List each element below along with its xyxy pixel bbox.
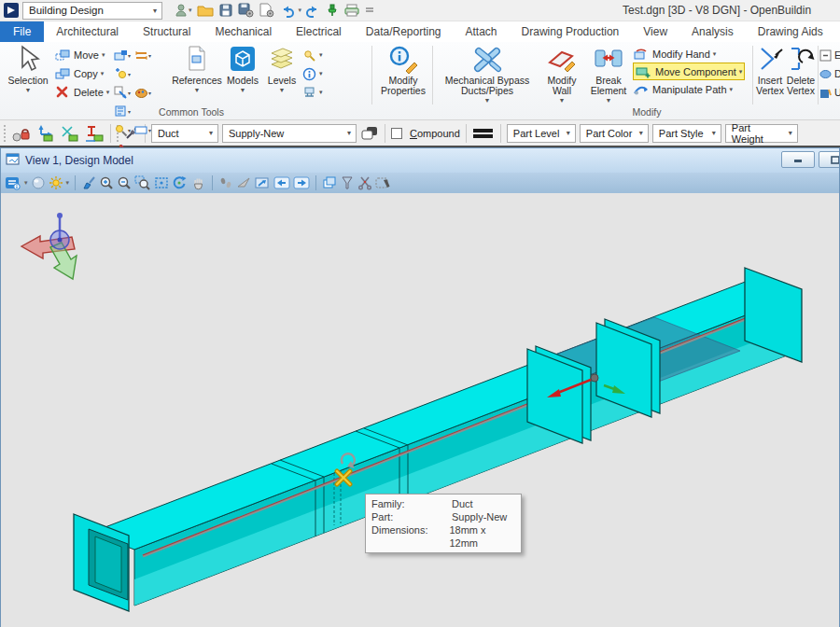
open-file-button[interactable] (197, 4, 214, 17)
scale-button[interactable]: ▾ (114, 83, 132, 102)
palette-icon (134, 86, 148, 100)
modify-wall-button[interactable]: Modify Wall ▼ (539, 44, 584, 107)
tab-view[interactable]: View (631, 21, 679, 42)
acs-plane-button[interactable] (60, 124, 80, 143)
view-title-bar[interactable]: View 1, Design Model (1, 148, 839, 173)
compound-checkbox[interactable] (391, 128, 402, 139)
tab-drawing-aids[interactable]: Drawing Aids (746, 21, 835, 42)
acs-plane-snap-button[interactable] (35, 124, 56, 143)
part-level-select[interactable]: Part Level ▾ (507, 124, 576, 143)
view-attributes-button[interactable] (5, 175, 21, 190)
tab-connect-services[interactable]: CONNECT Ser (835, 21, 840, 42)
tab-mechanical[interactable]: Mechanical (203, 21, 284, 42)
view-previous-button[interactable] (273, 175, 290, 190)
view-icon (6, 153, 21, 168)
compound-cell-button[interactable] (360, 125, 379, 141)
levels-button[interactable]: Levels ▼ (263, 44, 301, 107)
chevron-down-icon: ▾ (106, 89, 110, 96)
family-select[interactable]: Duct ▾ (151, 124, 218, 143)
move-component-button[interactable]: Move Component▾ (633, 63, 745, 80)
part-select[interactable]: Supply-New ▾ (222, 124, 357, 143)
part-weight-select[interactable]: Part Weight ▾ (725, 124, 798, 143)
measure-button[interactable]: ▾ (134, 46, 152, 64)
move-button[interactable]: Move▾ (54, 46, 109, 64)
tab-drawing-production[interactable]: Drawing Production (510, 21, 632, 42)
walk-button[interactable] (218, 175, 233, 190)
selection-button[interactable]: Selection ▼ (4, 44, 52, 107)
display-style-button[interactable] (31, 175, 46, 190)
undo-button[interactable] (279, 3, 294, 18)
modify-hand-button[interactable]: Modify Hand▾ (633, 45, 745, 63)
mechanical-bypass-button[interactable]: Mechanical Bypass Ducts/Pipes ▼ (437, 44, 538, 107)
modify-properties-button[interactable]: Modify Properties (375, 44, 431, 107)
part-color-select[interactable]: Part Color ▾ (580, 124, 649, 143)
rotate-view-button[interactable] (172, 175, 189, 190)
fence-button[interactable]: ▾ (114, 46, 132, 64)
tab-data-reporting[interactable]: Data/Reporting (354, 21, 454, 42)
part-style-select[interactable]: Part Style ▾ (652, 124, 721, 143)
toolbar-grip[interactable] (4, 125, 7, 142)
break-element-button[interactable]: Break Element ▼ (586, 44, 631, 107)
lamp-toggle-button[interactable]: ▾ (114, 64, 132, 83)
tab-structural[interactable]: Structural (131, 21, 203, 42)
rectangle-button[interactable]: ▾ (134, 120, 152, 139)
chevron-down-icon[interactable]: ▾ (24, 179, 28, 187)
tab-architectural[interactable]: Architectural (44, 21, 131, 42)
save-settings-button[interactable] (238, 3, 254, 18)
tab-file[interactable]: File (0, 21, 44, 42)
zoom-out-button[interactable] (117, 175, 132, 190)
zoom-in-button[interactable] (99, 175, 114, 190)
references-button[interactable]: References ▼ (172, 44, 222, 107)
palette-button[interactable]: ▾ (134, 83, 152, 102)
pin-button[interactable] (326, 3, 339, 18)
highlight-button[interactable]: ▾ (114, 120, 132, 139)
double-line-button[interactable] (472, 128, 495, 139)
move-component-label: Move Component (655, 66, 736, 77)
lighting-button[interactable] (49, 175, 63, 190)
save-button[interactable] (218, 3, 233, 18)
connector-button[interactable]: ▾ (302, 83, 323, 102)
element-box-icon (819, 49, 832, 62)
item-browser-button[interactable] (259, 3, 274, 18)
clipped-button-1[interactable]: E (819, 46, 840, 64)
undo-history-caret[interactable]: ▾ (299, 7, 302, 14)
models-button[interactable]: Models ▼ (222, 44, 263, 107)
element-info-button[interactable]: ▾ (302, 64, 323, 83)
maximize-button[interactable] (819, 151, 839, 168)
fit-view-button[interactable] (154, 175, 169, 190)
delete-vertex-button[interactable]: Delete Vertex (786, 44, 816, 107)
navigate-view-button[interactable] (254, 175, 271, 190)
update-view-button[interactable] (81, 175, 96, 190)
manipulate-path-button[interactable]: Manipulate Path▾ (633, 80, 745, 98)
crossed-pipes-icon (470, 44, 504, 74)
copy-button[interactable]: Copy▾ (54, 64, 109, 83)
tab-analysis[interactable]: Analysis (679, 21, 746, 42)
window-area-button[interactable] (134, 175, 151, 190)
workflow-selector[interactable]: Building Design ▾ (22, 2, 162, 20)
fly-button[interactable] (236, 175, 251, 190)
clipped-button-3[interactable]: U (819, 83, 840, 102)
clipped-button-2[interactable]: D (819, 64, 840, 83)
clip-volume-button[interactable] (340, 175, 355, 190)
tab-attach[interactable]: Attach (454, 21, 510, 42)
design-viewport[interactable]: Family: Duct Part: Supply-New Dimensions… (1, 193, 839, 627)
component-origin-handle[interactable] (591, 374, 598, 382)
insert-vertex-button[interactable]: Insert Vertex (755, 44, 785, 107)
minimize-button[interactable] (781, 151, 815, 168)
locate-button[interactable]: ▾ (302, 46, 323, 64)
tab-electrical[interactable]: Electrical (284, 21, 354, 42)
delete-button[interactable]: Delete▾ (54, 83, 109, 102)
chevron-down-icon[interactable]: ▾ (66, 179, 70, 187)
acs-z-lock-button[interactable] (84, 124, 105, 143)
redo-button[interactable] (306, 3, 321, 18)
clip-mask-button[interactable] (357, 175, 372, 190)
toolbar-overflow-button[interactable] (365, 4, 374, 17)
copy-view-button[interactable] (322, 175, 337, 190)
pan-view-button[interactable] (191, 175, 206, 190)
render-button[interactable]: ▾ (174, 3, 192, 18)
select-clip-button[interactable] (375, 175, 392, 190)
acs-lock-button[interactable] (11, 124, 32, 143)
view-next-button[interactable] (293, 175, 310, 190)
lamp-icon (114, 67, 128, 81)
print-button[interactable] (343, 3, 360, 18)
